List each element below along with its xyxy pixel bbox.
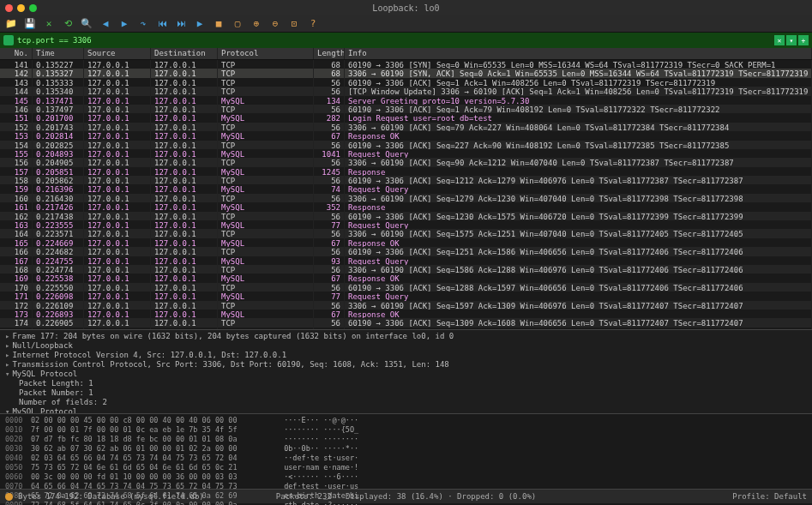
main-toolbar: 📁💾✕⟲🔍◀▶↷⏮⏭▶■▢⊕⊖⊡? [0, 15, 812, 33]
play-icon[interactable]: ▶ [194, 18, 206, 30]
packet-row[interactable]: 1640.223571127.0.0.1127.0.0.1TCP563306 →… [0, 229, 812, 237]
zoom-in-icon[interactable]: ⊕ [250, 18, 262, 30]
hex-row[interactable]: 000002 00 00 00 45 00 00 c8 00 00 40 00 … [5, 416, 807, 425]
search-icon[interactable]: 🔍 [81, 18, 93, 30]
packet-row[interactable]: 1510.201700127.0.0.1127.0.0.1MySQL282Log… [0, 113, 812, 122]
tree-item[interactable]: ▸Frame 177: 204 bytes on wire (1632 bits… [5, 332, 807, 341]
filter-clear-button[interactable]: ✕ [774, 35, 785, 45]
close-window-button[interactable] [5, 4, 13, 12]
hex-row[interactable]: 004002 03 64 65 66 04 74 65 73 74 04 75 … [5, 454, 807, 463]
zoom-window-button[interactable] [29, 4, 37, 12]
packet-row[interactable]: 1550.204893127.0.0.1127.0.0.1MySQL1041Re… [0, 149, 812, 158]
packet-row[interactable]: 1570.205851127.0.0.1127.0.0.1MySQL1245Re… [0, 167, 812, 176]
packet-row[interactable]: 1710.226098127.0.0.1127.0.0.1MySQL77Requ… [0, 292, 812, 300]
packet-row[interactable]: 1520.201743127.0.0.1127.0.0.1TCP563306 →… [0, 123, 812, 131]
column-source[interactable]: Source [84, 48, 151, 59]
tree-item[interactable]: ▾MySQL Protocol [5, 370, 807, 379]
packet-row[interactable]: 1530.202814127.0.0.1127.0.0.1MySQL67Resp… [0, 131, 812, 140]
right-icon[interactable]: ▶ [118, 18, 130, 30]
status-packets: Packets: 232 · Displayed: 38 (16.4%) · D… [276, 492, 536, 501]
column-info[interactable]: Info [345, 48, 812, 59]
packet-row[interactable]: 1610.217426127.0.0.1127.0.0.1MySQL352Res… [0, 202, 812, 211]
zoom-out-icon[interactable]: ⊖ [269, 18, 281, 30]
column-time[interactable]: Time [33, 48, 84, 59]
packet-details-pane[interactable]: ▸Frame 177: 204 bytes on wire (1632 bits… [0, 329, 812, 413]
tree-item[interactable]: ▸Transmission Control Protocol, Src Port… [5, 360, 807, 370]
close-icon[interactable]: ✕ [43, 18, 55, 30]
filter-apply-button[interactable]: ▾ [786, 35, 797, 45]
packet-row[interactable]: 1600.216430127.0.0.1127.0.0.1TCP563306 →… [0, 194, 812, 202]
packet-row[interactable]: 1620.217438127.0.0.1127.0.0.1TCP5660190 … [0, 212, 812, 220]
window-title: Loopback: lo0 [372, 3, 439, 13]
tree-item[interactable]: Packet Length: 1 [19, 379, 807, 388]
status-profile[interactable]: Profile: Default [732, 492, 807, 501]
hex-row[interactable]: 006000 3c 00 00 00 fd 01 10 00 00 00 36 … [5, 472, 807, 482]
hex-row[interactable]: 00107f 00 00 01 7f 00 00 01 0c ea eb 1e … [5, 425, 807, 435]
minimize-window-button[interactable] [17, 4, 25, 12]
disk-icon[interactable]: 💾 [24, 18, 36, 30]
packet-list-pane[interactable]: 1410.135227127.0.0.1127.0.0.1TCP6860190 … [0, 60, 812, 329]
packet-row[interactable]: 1630.223555127.0.0.1127.0.0.1MySQL77Requ… [0, 220, 812, 229]
packet-row[interactable]: 1580.205862127.0.0.1127.0.0.1TCP5660190 … [0, 176, 812, 184]
folder-icon[interactable]: 📁 [5, 18, 17, 30]
skip-end-icon[interactable]: ⏭ [175, 18, 187, 30]
packet-row[interactable]: 1690.225538127.0.0.1127.0.0.1MySQL67Resp… [0, 274, 812, 282]
filter-plus-button[interactable]: + [798, 35, 809, 45]
fit-icon[interactable]: ⊡ [288, 18, 300, 30]
packet-row[interactable]: 1700.225550127.0.0.1127.0.0.1TCP5660190 … [0, 283, 812, 292]
packet-row[interactable]: 1430.135333127.0.0.1127.0.0.1TCP5660190 … [0, 78, 812, 87]
packet-row[interactable]: 1650.224669127.0.0.1127.0.0.1MySQL67Resp… [0, 238, 812, 247]
packet-row[interactable]: 1460.137497127.0.0.1127.0.0.1TCP5660190 … [0, 105, 812, 113]
packet-row[interactable]: 1410.135227127.0.0.1127.0.0.1TCP6860190 … [0, 60, 812, 69]
packet-row[interactable]: 1720.226109127.0.0.1127.0.0.1TCP563306 →… [0, 301, 812, 310]
jump-icon[interactable]: ↷ [137, 18, 149, 30]
packet-row[interactable]: 1750.241600127.0.0.1127.0.0.1MySQL98Requ… [0, 328, 812, 329]
column-length[interactable]: Length [314, 48, 345, 59]
hex-row[interactable]: 002007 d7 fb fc 80 18 18 d8 fe bc 00 00 … [5, 435, 807, 444]
packet-row[interactable]: 1590.216396127.0.0.1127.0.0.1MySQL74Requ… [0, 184, 812, 193]
column-protocol[interactable]: Protocol [218, 48, 314, 59]
column-destination[interactable]: Destination [151, 48, 218, 59]
tree-item[interactable]: ▾MySQL Protocol [5, 407, 807, 413]
hex-row[interactable]: 005075 73 65 72 04 6e 61 6d 65 04 6e 61 … [5, 463, 807, 472]
packet-row[interactable]: 1560.204905127.0.0.1127.0.0.1TCP563306 →… [0, 158, 812, 166]
packet-row[interactable]: 1670.224755127.0.0.1127.0.0.1MySQL93Requ… [0, 256, 812, 265]
packet-row[interactable]: 1730.226893127.0.0.1127.0.0.1MySQL67Resp… [0, 310, 812, 318]
hex-row[interactable]: 003030 62 ab 07 30 62 ab 06 01 00 00 01 … [5, 444, 807, 454]
packet-row[interactable]: 1680.224774127.0.0.1127.0.0.1TCP563306 →… [0, 265, 812, 274]
stop-icon[interactable]: ■ [213, 18, 225, 30]
tree-item[interactable]: Number of fields: 2 [19, 398, 807, 407]
expert-info-icon[interactable] [5, 493, 13, 501]
window-titlebar: Loopback: lo0 [0, 0, 812, 15]
tree-item[interactable]: ▸Null/Loopback [5, 341, 807, 351]
tree-item[interactable]: Packet Number: 1 [19, 388, 807, 398]
display-filter-bar: ✕ ▾ + [0, 33, 812, 48]
packet-row[interactable]: 1540.202825127.0.0.1127.0.0.1TCP5660190 … [0, 141, 812, 149]
status-left: Bytes 174-192: Database (mysql.field.db) [18, 492, 204, 501]
filter-bookmark-icon[interactable] [3, 35, 14, 45]
packet-row[interactable]: 1440.135340127.0.0.1127.0.0.1TCP56[TCP W… [0, 87, 812, 95]
display-filter-input[interactable] [17, 36, 774, 45]
packet-list-header: No. Time Source Destination Protocol Len… [0, 48, 812, 60]
skip-start-icon[interactable]: ⏮ [156, 18, 168, 30]
help-icon[interactable]: ? [307, 18, 319, 30]
packet-row[interactable]: 1740.226905127.0.0.1127.0.0.1TCP5660190 … [0, 318, 812, 327]
tree-item[interactable]: ▸Internet Protocol Version 4, Src: 127.0… [5, 351, 807, 360]
column-no[interactable]: No. [0, 48, 33, 59]
box-icon[interactable]: ▢ [232, 18, 244, 30]
packet-row[interactable]: 1420.135327127.0.0.1127.0.0.1TCP683306 →… [0, 69, 812, 77]
left-icon[interactable]: ◀ [99, 18, 111, 30]
traffic-lights [5, 4, 37, 12]
packet-row[interactable]: 1450.137471127.0.0.1127.0.0.1MySQL134Ser… [0, 96, 812, 105]
packet-row[interactable]: 1660.224682127.0.0.1127.0.0.1TCP5660190 … [0, 247, 812, 256]
packet-bytes-pane[interactable]: 000002 00 00 00 45 00 00 c8 00 00 40 00 … [0, 413, 812, 489]
reload-icon[interactable]: ⟲ [62, 18, 74, 30]
